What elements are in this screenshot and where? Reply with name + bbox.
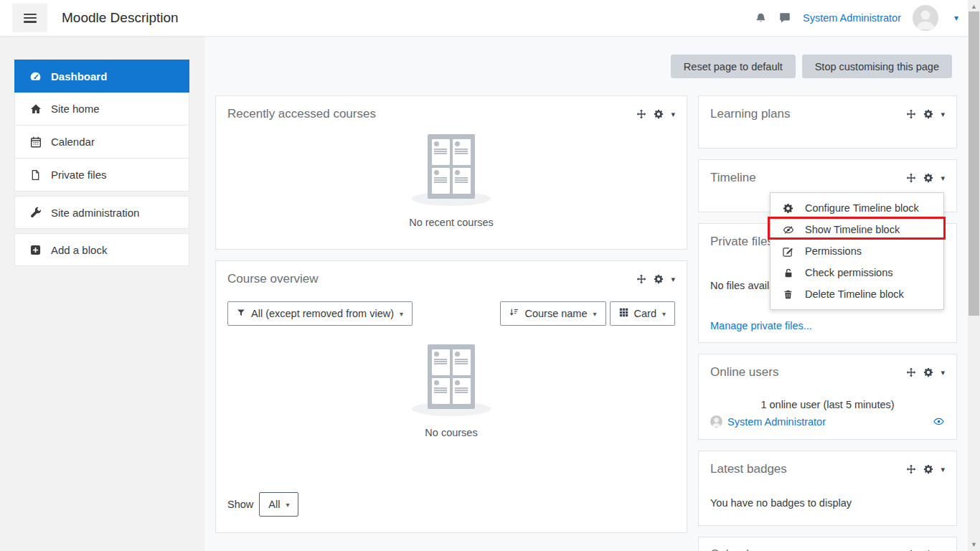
block-menu-caret-icon[interactable]: ▾ bbox=[941, 174, 945, 183]
sidebar-item-calendar[interactable]: Calendar bbox=[14, 126, 189, 159]
online-users-card: Online users ▾ 1 online user (last 5 min… bbox=[698, 354, 957, 440]
block-settings-gear-icon[interactable] bbox=[923, 367, 933, 377]
scroll-up-arrow[interactable]: ▲ bbox=[968, 1, 980, 11]
sort-icon bbox=[509, 308, 519, 319]
sidebar-item-site-home[interactable]: Site home bbox=[14, 93, 189, 126]
sidebar-item-label: Site administration bbox=[51, 207, 139, 219]
sidebar-item-dashboard[interactable]: Dashboard bbox=[14, 60, 189, 93]
caret-down-icon: ▾ bbox=[286, 501, 289, 509]
recently-accessed-courses-card: Recently accessed courses ▾ No recent co… bbox=[215, 95, 687, 250]
learning-plans-card: Learning plans ▾ bbox=[698, 95, 957, 149]
move-block-icon[interactable] bbox=[906, 464, 916, 474]
hamburger-icon bbox=[24, 14, 37, 23]
block-menu-caret-icon[interactable]: ▾ bbox=[671, 110, 675, 119]
eye-visibility-icon[interactable] bbox=[933, 416, 945, 427]
user-avatar[interactable] bbox=[913, 5, 938, 31]
latest-badges-card: Latest badges ▾ You have no badges to di… bbox=[698, 451, 957, 526]
block-settings-gear-icon[interactable] bbox=[923, 173, 933, 183]
card-title: Calendar bbox=[710, 547, 760, 551]
block-settings-gear-icon[interactable] bbox=[654, 109, 664, 119]
plus-square-icon bbox=[29, 245, 42, 255]
online-user-link[interactable]: System Administrator bbox=[727, 416, 826, 428]
gear-icon bbox=[782, 203, 794, 214]
nav-drawer: Dashboard Site home Calendar Private fil… bbox=[0, 36, 204, 551]
calendar-icon bbox=[29, 136, 42, 148]
online-count-text: 1 online user (last 5 minutes) bbox=[699, 399, 956, 410]
card-title: Learning plans bbox=[710, 107, 791, 121]
stop-customising-button[interactable]: Stop customising this page bbox=[802, 55, 952, 78]
sidebar-item-label: Add a block bbox=[51, 244, 107, 256]
hamburger-menu-button[interactable] bbox=[12, 4, 47, 32]
menu-item-configure-timeline[interactable]: Configure Timeline block bbox=[771, 197, 943, 219]
card-title: Recently accessed courses bbox=[227, 107, 376, 121]
filter-funnel-icon bbox=[237, 308, 245, 319]
card-title: Online users bbox=[710, 365, 778, 380]
eye-slash-icon bbox=[782, 225, 794, 235]
reset-page-button[interactable]: Reset page to default bbox=[671, 55, 796, 78]
trash-icon bbox=[782, 289, 794, 300]
menu-item-show-timeline[interactable]: Show Timeline block bbox=[771, 219, 943, 240]
timeline-block-context-menu: Configure Timeline block Show Timeline b… bbox=[770, 192, 944, 310]
block-menu-caret-icon[interactable]: ▾ bbox=[941, 110, 945, 119]
sidebar-item-label: Calendar bbox=[51, 136, 95, 148]
empty-state-text: No courses bbox=[216, 427, 687, 438]
menu-item-permissions[interactable]: Permissions bbox=[771, 240, 943, 262]
block-menu-caret-icon[interactable]: ▾ bbox=[671, 275, 675, 284]
user-avatar bbox=[710, 415, 722, 428]
empty-state-text: No recent courses bbox=[216, 217, 687, 228]
grid-view-icon bbox=[619, 308, 628, 319]
show-count-dropdown[interactable]: All ▾ bbox=[259, 492, 298, 517]
user-menu-name[interactable]: System Administrator bbox=[803, 12, 901, 24]
card-title: Private files bbox=[710, 235, 773, 249]
card-title: Course overview bbox=[227, 272, 319, 286]
dashboard-icon bbox=[29, 70, 42, 83]
course-overview-card: Course overview ▾ All (except removed fr… bbox=[215, 260, 687, 533]
course-sort-dropdown[interactable]: Course name ▾ bbox=[500, 301, 606, 326]
manage-private-files-link[interactable]: Manage private files... bbox=[710, 320, 812, 331]
sidebar-item-label: Dashboard bbox=[51, 70, 107, 83]
file-icon bbox=[29, 169, 42, 181]
course-view-dropdown[interactable]: Card ▾ bbox=[610, 301, 675, 326]
caret-down-icon: ▾ bbox=[662, 310, 666, 318]
scrollbar-thumb[interactable] bbox=[969, 11, 979, 316]
move-block-icon[interactable] bbox=[906, 173, 916, 183]
menu-item-delete-timeline[interactable]: Delete Timeline block bbox=[771, 283, 943, 305]
page-scrollbar[interactable]: ▲ ▼ bbox=[968, 0, 980, 551]
sidebar-item-private-files[interactable]: Private files bbox=[14, 159, 189, 192]
sidebar-item-label: Site home bbox=[51, 103, 100, 115]
scroll-down-arrow[interactable]: ▼ bbox=[968, 540, 980, 550]
move-block-icon[interactable] bbox=[906, 109, 916, 119]
notifications-bell-icon[interactable] bbox=[755, 12, 767, 24]
user-menu-caret-icon[interactable]: ▾ bbox=[954, 13, 958, 23]
card-title: Timeline bbox=[710, 171, 756, 185]
move-block-icon[interactable] bbox=[636, 274, 646, 284]
calendar-card-partial: Calendar ▾ bbox=[698, 537, 957, 551]
messages-chat-icon[interactable] bbox=[778, 11, 791, 24]
no-badges-text: You have no badges to display bbox=[710, 497, 852, 509]
site-title: Moodle Description bbox=[62, 0, 179, 36]
sidebar-item-site-administration[interactable]: Site administration bbox=[14, 196, 189, 229]
block-menu-caret-icon[interactable]: ▾ bbox=[941, 465, 945, 474]
caret-down-icon: ▾ bbox=[400, 310, 403, 318]
block-settings-gear-icon[interactable] bbox=[923, 464, 933, 474]
move-block-icon[interactable] bbox=[906, 367, 916, 377]
course-filter-dropdown[interactable]: All (except removed from view) ▾ bbox=[227, 301, 413, 326]
sidebar-item-add-a-block[interactable]: Add a block bbox=[14, 233, 189, 266]
block-menu-caret-icon[interactable]: ▾ bbox=[941, 368, 945, 377]
no-courses-illustration bbox=[418, 134, 484, 206]
card-title: Latest badges bbox=[710, 462, 787, 476]
edit-icon bbox=[782, 246, 794, 257]
moodle-dashboard-page: Moodle Description System Administrator … bbox=[0, 0, 980, 551]
top-navbar: Moodle Description System Administrator … bbox=[0, 0, 980, 36]
no-courses-illustration bbox=[418, 344, 484, 416]
lock-icon bbox=[782, 268, 794, 278]
block-settings-gear-icon[interactable] bbox=[654, 274, 664, 284]
move-block-icon[interactable] bbox=[636, 109, 646, 119]
block-settings-gear-icon[interactable] bbox=[923, 109, 933, 119]
caret-down-icon: ▾ bbox=[593, 310, 597, 318]
menu-item-check-permissions[interactable]: Check permissions bbox=[771, 262, 943, 283]
home-icon bbox=[29, 103, 42, 115]
wrench-icon bbox=[29, 207, 42, 218]
show-label: Show bbox=[227, 499, 253, 510]
sidebar-item-label: Private files bbox=[51, 169, 107, 181]
